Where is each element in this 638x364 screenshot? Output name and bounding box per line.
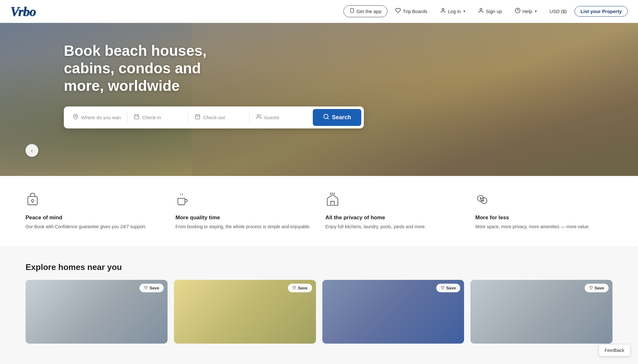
heart-icon <box>395 8 401 15</box>
feature-desc-1: Our Book with Confidence guarantee gives… <box>26 223 163 230</box>
svg-rect-0 <box>350 8 353 12</box>
save-button-3[interactable]: ♡ Save <box>436 284 460 292</box>
save-button-2[interactable]: ♡ Save <box>288 284 312 292</box>
checkin-input[interactable] <box>142 115 182 120</box>
property-card-1[interactable]: ♡ Save <box>26 280 168 344</box>
svg-point-3 <box>480 8 482 10</box>
svg-point-19 <box>31 200 34 202</box>
chevron-left-icon: ‹ <box>31 147 33 154</box>
header: Vrbo Get the app Trip Boards <box>0 0 638 23</box>
search-icon <box>323 113 329 121</box>
search-bar: Search <box>64 106 364 128</box>
property-card-2[interactable]: ♡ Save <box>174 280 316 344</box>
currency-button[interactable]: USD ($) <box>544 6 572 17</box>
svg-point-6 <box>75 115 77 117</box>
feature-title-4: More for less <box>475 215 612 221</box>
hero-section: Book beach houses, cabins, condos and mo… <box>0 23 638 176</box>
logo[interactable]: Vrbo <box>10 4 36 19</box>
save-heart-icon-1: ♡ <box>144 286 148 290</box>
property-card-3[interactable]: ♡ Save <box>322 280 464 344</box>
checkout-input[interactable] <box>203 115 243 120</box>
destination-field[interactable] <box>66 111 127 124</box>
checkout-field[interactable] <box>188 111 249 124</box>
save-heart-icon-4: ♡ <box>589 286 593 290</box>
property-grid: ♡ Save ♡ Save ♡ Save <box>26 280 612 344</box>
phone-icon <box>349 8 355 15</box>
help-chevron-icon: ▾ <box>535 9 537 13</box>
hero-content: Book beach houses, cabins, condos and mo… <box>0 23 638 128</box>
property-image-1: ♡ Save <box>26 280 168 344</box>
signup-user-icon <box>478 8 484 15</box>
guests-input[interactable] <box>264 115 304 120</box>
list-property-button[interactable]: List your Property <box>574 6 628 17</box>
feature-title-3: All the privacy of home <box>326 215 463 221</box>
svg-point-2 <box>442 8 444 10</box>
peace-icon <box>26 193 163 209</box>
help-icon <box>515 8 521 15</box>
guests-field[interactable] <box>250 111 310 124</box>
login-button[interactable]: Log in ▾ <box>435 5 470 18</box>
property-card-4[interactable]: ♡ Save <box>470 280 612 344</box>
feature-desc-4: More space, more privacy, more amenities… <box>475 223 612 230</box>
search-button[interactable]: Search <box>313 109 361 126</box>
hero-title: Book beach houses, cabins, condos and mo… <box>64 42 230 95</box>
destination-input[interactable] <box>81 115 121 120</box>
save-heart-icon-3: ♡ <box>441 286 445 290</box>
feature-desc-3: Enjoy full kitchens, laundry, pools, yar… <box>326 223 463 230</box>
svg-rect-18 <box>28 197 37 205</box>
help-button[interactable]: Help ▾ <box>510 5 542 18</box>
feature-privacy: All the privacy of home Enjoy full kitch… <box>326 193 463 230</box>
property-image-3: ♡ Save <box>322 280 464 344</box>
feature-title-2: More quality time <box>176 215 313 221</box>
features-section: Peace of mind Our Book with Confidence g… <box>0 176 638 247</box>
user-icon <box>440 8 446 15</box>
feature-peace-of-mind: Peace of mind Our Book with Confidence g… <box>26 193 163 230</box>
save-button-1[interactable]: ♡ Save <box>139 284 163 292</box>
svg-line-17 <box>327 118 329 119</box>
explore-section: Explore homes near you ♡ Save ♡ Save ♡ <box>0 247 638 359</box>
save-heart-icon-2: ♡ <box>292 286 296 290</box>
explore-title: Explore homes near you <box>26 262 612 272</box>
home-steam-icon <box>326 193 463 209</box>
svg-point-15 <box>257 114 259 116</box>
prev-button[interactable]: ‹ <box>26 144 38 157</box>
svg-point-16 <box>324 114 328 118</box>
location-icon <box>73 114 79 121</box>
feature-desc-2: From booking to staying, the whole proce… <box>176 223 313 230</box>
feedback-button[interactable]: Feedback <box>599 344 630 356</box>
svg-rect-7 <box>134 115 139 119</box>
login-chevron-icon: ▾ <box>463 9 465 13</box>
feature-more-for-less: More for less More space, more privacy, … <box>475 193 612 230</box>
property-image-4: ♡ Save <box>470 280 612 344</box>
coins-icon <box>475 193 612 209</box>
save-button-4[interactable]: ♡ Save <box>585 284 609 292</box>
trip-boards-button[interactable]: Trip Boards <box>390 5 432 18</box>
calendar-checkout-icon <box>195 114 200 121</box>
checkin-field[interactable] <box>127 111 188 124</box>
main-nav: Get the app Trip Boards Log in ▾ <box>343 5 628 18</box>
signup-button[interactable]: Sign up <box>473 5 507 18</box>
property-image-2: ♡ Save <box>174 280 316 344</box>
feature-quality-time: More quality time From booking to stayin… <box>176 193 313 230</box>
coffee-icon <box>176 193 313 209</box>
guests-icon <box>256 114 262 121</box>
feature-title-1: Peace of mind <box>26 215 163 221</box>
svg-rect-11 <box>196 115 200 119</box>
calendar-checkin-icon <box>134 114 139 121</box>
get-app-button[interactable]: Get the app <box>343 5 387 17</box>
